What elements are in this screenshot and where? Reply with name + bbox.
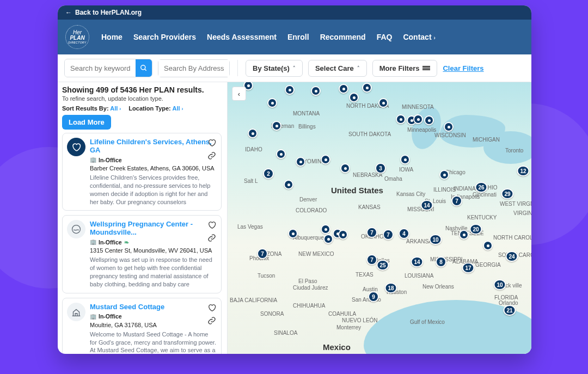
clear-filters-link[interactable]: Clear Filters <box>443 64 483 72</box>
building-icon: 🏢 <box>90 239 96 245</box>
chevron-right-icon: › <box>434 35 436 41</box>
map-cluster[interactable]: 17 <box>462 262 474 273</box>
map-cluster[interactable]: 21 <box>503 305 516 316</box>
lake-shape <box>483 131 531 164</box>
map-label: INDIANA <box>454 186 476 192</box>
map-cluster[interactable]: 3 <box>375 163 386 174</box>
map-pin[interactable] <box>362 83 372 93</box>
map-label: Monterrey <box>336 324 361 330</box>
keyword-input[interactable] <box>65 60 136 77</box>
map-pin[interactable] <box>439 170 449 180</box>
sort-by-select[interactable]: All › <box>110 105 121 112</box>
map-pin[interactable] <box>424 115 434 125</box>
map-cluster[interactable]: 4 <box>399 228 409 239</box>
more-filters-button[interactable]: More Filters <box>372 60 438 77</box>
results-list[interactable]: Lifeline Children's Services, Athens, GA… <box>62 133 223 354</box>
map-pin[interactable] <box>444 122 454 132</box>
map-label: NUEVO LEÓN <box>342 317 378 323</box>
nav-home[interactable]: Home <box>101 33 122 41</box>
map-pin[interactable] <box>396 114 406 124</box>
result-description: Lifeline Children's Services provides fr… <box>90 174 217 206</box>
map-pin[interactable] <box>311 86 321 96</box>
map-label: New Orleans <box>422 284 454 290</box>
load-more-button[interactable]: Load More <box>62 115 111 130</box>
map-cluster[interactable]: 9 <box>368 291 379 302</box>
nav-enroll[interactable]: Enroll <box>287 33 309 41</box>
map-pin[interactable] <box>413 114 423 124</box>
map-pin[interactable] <box>338 230 348 240</box>
result-title[interactable]: Lifeline Children's Services, Athens, GA <box>90 138 217 154</box>
map-cluster[interactable]: 7 <box>366 227 377 238</box>
map-cluster[interactable]: 14 <box>411 256 423 267</box>
back-link[interactable]: ← Back to HerPLAN.org <box>65 9 142 16</box>
result-title[interactable]: Mustard Seed Cottage <box>90 303 217 311</box>
svg-line-1 <box>145 69 146 71</box>
map-pin[interactable] <box>276 149 286 159</box>
map-cluster[interactable]: 10 <box>429 234 442 245</box>
by-state-filter[interactable]: By State(s) ˄ <box>246 60 303 77</box>
result-title[interactable]: Wellspring Pregnancy Center - Moundsvill… <box>90 220 217 236</box>
map-cluster[interactable]: 29 <box>501 188 513 199</box>
map-pin[interactable] <box>321 224 330 234</box>
map-pin[interactable] <box>267 98 277 108</box>
map-label: GEORGIA <box>475 262 501 268</box>
nav-contact[interactable]: Contact› <box>403 33 435 41</box>
nav-search-providers[interactable]: Search Providers <box>133 33 196 41</box>
map-cluster[interactable]: 7 <box>366 254 377 265</box>
nav-needs-assessment[interactable]: Needs Assessment <box>207 33 277 41</box>
location-type-select[interactable]: All › <box>172 105 183 112</box>
share-link-button[interactable] <box>207 233 217 243</box>
result-card[interactable]: Lifeline Children's Services, Athens, GA… <box>62 133 222 211</box>
collapse-sidebar-button[interactable]: ‹ <box>232 87 246 101</box>
map-label: Salt L <box>244 178 258 184</box>
map-pin[interactable] <box>284 180 293 189</box>
favorite-button[interactable] <box>207 138 217 148</box>
nav-recommend[interactable]: Recommend <box>320 33 366 41</box>
map-pin[interactable] <box>378 98 388 108</box>
map-pin[interactable] <box>272 121 281 131</box>
map-pin[interactable] <box>483 241 493 250</box>
map-cluster[interactable]: 14 <box>420 200 433 211</box>
map-cluster[interactable]: 8 <box>436 256 446 267</box>
map-pin[interactable] <box>248 128 258 138</box>
map-pin[interactable] <box>288 229 298 238</box>
logo[interactable]: Her PLAN DIRECTORY <box>65 25 89 49</box>
select-care-filter[interactable]: Select Care ˄ <box>308 60 367 77</box>
map-cluster[interactable]: 12 <box>517 165 529 176</box>
map-pin[interactable] <box>459 230 469 240</box>
map-cluster[interactable]: 7 <box>257 248 268 259</box>
map-pin[interactable] <box>296 157 305 167</box>
map-pin[interactable] <box>321 155 330 164</box>
share-link-button[interactable] <box>207 316 217 326</box>
building-icon: 🏢 <box>90 157 96 163</box>
map-label: BAJA CALIFORNIA <box>230 297 277 303</box>
search-button[interactable] <box>136 59 152 77</box>
map-cluster[interactable]: 18 <box>384 283 397 293</box>
map-label: NEW MEXICO <box>298 251 334 257</box>
map-pin[interactable] <box>323 234 333 244</box>
favorite-button[interactable] <box>207 220 217 230</box>
map-pin[interactable] <box>349 93 359 102</box>
svg-point-0 <box>141 65 145 70</box>
sort-row: Sort Results By: All › Location Type: Al… <box>62 105 223 112</box>
map-pin[interactable] <box>285 85 295 95</box>
map-cluster[interactable]: 26 <box>475 182 487 193</box>
map-cluster[interactable]: 10 <box>493 279 506 290</box>
map-cluster[interactable]: 2 <box>263 168 274 179</box>
map-pin[interactable] <box>339 84 348 94</box>
nav-faq[interactable]: FAQ <box>377 33 393 41</box>
address-input[interactable] <box>158 60 229 77</box>
map-cluster[interactable]: 24 <box>505 251 518 262</box>
share-link-button[interactable] <box>207 151 217 161</box>
map-pin[interactable] <box>400 155 410 164</box>
map-cluster[interactable]: 7 <box>451 195 462 206</box>
favorite-button[interactable] <box>207 303 217 312</box>
map-cluster[interactable]: 25 <box>376 260 389 271</box>
result-card[interactable]: Wellspring Pregnancy Center - Moundsvill… <box>62 215 222 293</box>
map-label: El Paso <box>298 278 317 284</box>
map-cluster[interactable]: 7 <box>383 229 394 240</box>
map[interactable]: ‹ United States MONTANABozemanBillingsNO… <box>228 82 531 354</box>
map-cluster[interactable]: 20 <box>469 224 482 235</box>
map-pin[interactable] <box>340 163 350 173</box>
result-card[interactable]: Mustard Seed Cottage🏢In-OfficeMoultrie, … <box>62 298 222 354</box>
